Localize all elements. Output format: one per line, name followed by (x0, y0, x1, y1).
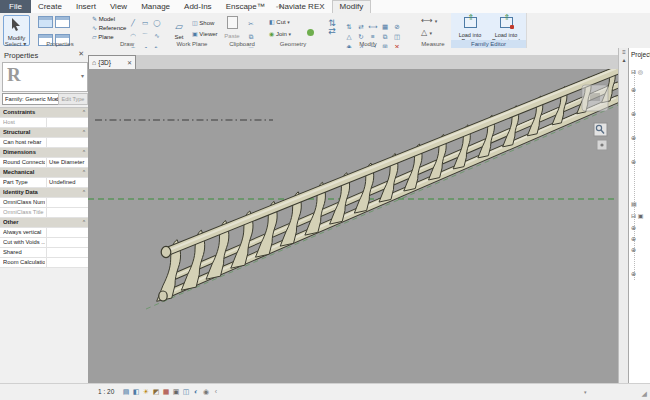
property-row: Part TypeUndefined (0, 178, 88, 188)
browser-tree-node-2[interactable]: ⊕ (631, 110, 636, 117)
property-label: Structural (3, 128, 45, 137)
panel-label-work-plane: Work Plane (165, 40, 219, 48)
worksharing-icon[interactable]: ‹ (212, 387, 220, 397)
view-tab-3d[interactable]: ⌂{3D} ✕ (88, 55, 136, 70)
browser-tree-node-9[interactable]: ⊕ (631, 246, 636, 253)
type-preview[interactable]: R ▾ (2, 62, 88, 92)
property-value[interactable] (46, 138, 88, 147)
section-header[interactable]: Dimensions^ (0, 148, 88, 158)
property-value[interactable]: ✓ (46, 248, 88, 257)
section-collapse-icon[interactable]: ^ (83, 128, 85, 137)
tab-manage[interactable]: Manage (134, 0, 177, 13)
rendering-icon[interactable]: ▦ (162, 387, 170, 397)
tab-enscape-[interactable]: Enscape™ (219, 0, 272, 13)
property-value[interactable] (46, 238, 88, 247)
project-browser[interactable]: Project B ⊟ ◎⊕⊕⊕⊕▤⊟ ▣⊕⊕⊕⊕ (628, 48, 650, 400)
tab-file[interactable]: File (0, 0, 31, 13)
properties-palette-icon[interactable] (38, 16, 53, 28)
browser-tree-node-4[interactable]: ⊕ (631, 158, 636, 165)
section-header[interactable]: Structural^ (0, 128, 88, 138)
property-value[interactable] (46, 208, 88, 217)
sun-path-icon[interactable]: ☀ (142, 387, 150, 397)
load-into-project-icon: ⇑ (464, 17, 477, 28)
property-value[interactable] (46, 198, 88, 207)
section-collapse-icon[interactable]: ^ (83, 148, 85, 157)
property-value[interactable]: Undefined (46, 178, 88, 187)
angle-icon[interactable]: △ ▾ (421, 28, 432, 37)
family-thumbnail: R (7, 64, 21, 86)
property-row: Shared✓ (0, 248, 88, 258)
modify-options-icon[interactable]: ▫▾ (272, 0, 282, 13)
paste-button[interactable]: Paste (222, 15, 242, 39)
browser-tree-node-3[interactable]: ⊕ (631, 134, 636, 141)
move-button[interactable]: ⇅ ⇄ (323, 19, 341, 37)
status-dropdown-icon[interactable]: ▾ (584, 389, 587, 395)
draw-tool-icon-2[interactable]: ◯ (151, 18, 163, 28)
browser-tree-node-0[interactable]: ⊟ ◎ (631, 68, 643, 75)
panel-label-clipboard: Clipboard (219, 40, 265, 48)
property-row: Can host rebar (0, 138, 88, 148)
draw-tool-icon-0[interactable]: ╱ (127, 18, 139, 28)
section-header[interactable]: Other^ (0, 218, 88, 228)
property-value[interactable]: Use Diameter (46, 158, 88, 167)
tab-insert[interactable]: Insert (69, 0, 103, 13)
load-into-project-close-button[interactable]: ⇑ Load into Project and Close (489, 14, 523, 40)
property-value[interactable] (46, 228, 88, 237)
property-value[interactable] (46, 118, 88, 127)
set-work-plane-button[interactable]: ▱ Set (168, 16, 190, 40)
properties-close-icon[interactable]: ✕ (78, 50, 84, 58)
property-row: Cut with Voids ... (0, 238, 88, 248)
detail-level-icon[interactable]: ▤ (122, 387, 130, 397)
family-selector-dropdown[interactable]: Family: Generic Mod ▾ (2, 93, 59, 105)
viewer-button[interactable]: ▣ Viewer (192, 30, 218, 37)
crop-view-icon[interactable]: ▣ (172, 387, 180, 397)
view-tab-close-icon[interactable]: ✕ (127, 56, 132, 70)
load-into-project-button[interactable]: ⇑ Load into Project (453, 14, 487, 40)
section-collapse-icon[interactable]: ^ (83, 168, 85, 177)
browser-tree-node-1[interactable]: ⊕ (631, 86, 636, 93)
model-line-button[interactable]: ✎ Model (92, 15, 126, 24)
reveal-hidden-icon[interactable]: ◉ (202, 387, 210, 397)
panel-label-measure: Measure (415, 40, 451, 48)
join-geometry-button[interactable]: ◉ Join ▾ (269, 30, 291, 37)
demolish-icon[interactable] (307, 29, 314, 36)
tab-create[interactable]: Create (31, 0, 69, 13)
browser-tree-node-6[interactable]: ⊟ ▣ (631, 212, 643, 219)
browser-tree-node-8[interactable]: ⊕ (631, 235, 636, 242)
cut-geometry-button[interactable]: ◧ Cut ▾ (269, 18, 290, 25)
browser-tree-node-7[interactable]: ⊕ (631, 224, 636, 231)
show-crop-icon[interactable]: ◫ (182, 387, 190, 397)
property-row: OmniClass Title (0, 208, 88, 218)
section-header[interactable]: Constraints^ (0, 108, 88, 118)
panel-geometry: ◧ Cut ▾ ◉ Join ▾ Geometry (265, 13, 322, 48)
section-header[interactable]: Identity Data^ (0, 188, 88, 198)
clipboard-tool-icon-0[interactable]: ✂ (245, 19, 257, 29)
ribbon-tabs: FileCreateInsertViewManageAdd-InsEnscape… (0, 0, 650, 14)
panel-label-select[interactable]: Select ▾ (0, 40, 31, 48)
panel-family-editor: ⇑ Load into Project ⇑ Load into Project … (451, 13, 527, 48)
tab-add-ins[interactable]: Add-Ins (177, 0, 219, 13)
family-types-icon[interactable] (55, 16, 70, 28)
visual-style-icon[interactable]: ◧ (132, 387, 140, 397)
browser-tree-node-10[interactable]: ⊕ (631, 270, 636, 277)
edit-type-button[interactable]: Edit Type (58, 93, 88, 105)
browser-tree-node-5[interactable]: ▤ (631, 200, 637, 207)
section-collapse-icon[interactable]: ^ (83, 108, 85, 117)
property-label: Shared (3, 248, 45, 257)
tab-view[interactable]: View (103, 0, 134, 13)
tab-modify[interactable]: Modify (332, 0, 372, 13)
view-scale-button[interactable]: 1 : 20 (98, 388, 114, 395)
model-line-icon: ✎ (92, 16, 97, 22)
draw-tool-icon-1[interactable]: ▭ (139, 18, 151, 28)
section-header[interactable]: Mechanical^ (0, 168, 88, 178)
shadows-icon[interactable]: ◩ (152, 387, 160, 397)
3d-viewport[interactable] (88, 69, 618, 383)
measure-icon[interactable]: ⟷ ▾ (421, 16, 437, 25)
reference-line-button[interactable]: ∿ Reference (92, 24, 126, 33)
show-work-plane-button[interactable]: ◫ Show (192, 19, 214, 26)
temporary-hide-icon[interactable]: ◐ (192, 387, 200, 397)
cursor-icon (11, 18, 22, 31)
section-collapse-icon[interactable]: ^ (83, 188, 85, 197)
section-collapse-icon[interactable]: ^ (83, 218, 85, 227)
property-value[interactable] (46, 258, 88, 267)
